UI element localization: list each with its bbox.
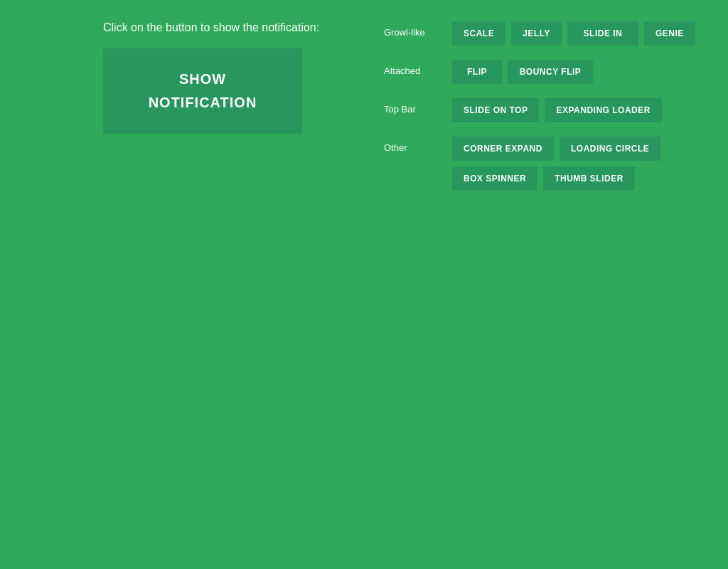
attached-label: Attached (384, 60, 441, 76)
loading-circle-button[interactable]: LOADING CIRCLE (560, 137, 660, 161)
show-notification-button[interactable]: SHOW NOTIFICATION (103, 48, 302, 134)
slide-on-top-button[interactable]: SLIDE ON TOP (452, 98, 539, 122)
attached-row: Attached FLIP BOUNCY FLIP (384, 60, 711, 84)
top-bar-buttons: SLIDE ON TOP EXPANDING LOADER (452, 98, 662, 122)
right-section: Growl-like SCALE JELLY SLIDE IN GENIE At… (384, 21, 711, 205)
show-button-line2: NOTIFICATION (149, 95, 257, 111)
bouncy-flip-button[interactable]: BOUNCY FLIP (508, 60, 593, 84)
top-bar-label: Top Bar (384, 98, 441, 115)
slide-in-button[interactable]: SLIDE IN (567, 21, 638, 46)
growl-like-label: Growl-like (384, 21, 441, 38)
other-label: Other (384, 137, 441, 153)
show-button-line1: SHOW (179, 71, 226, 87)
other-buttons: CORNER EXPAND LOADING CIRCLE BOX SPINNER… (452, 137, 711, 191)
corner-expand-button[interactable]: CORNER EXPAND (452, 137, 554, 161)
genie-button[interactable]: GENIE (644, 21, 695, 46)
main-container: Click on the button to show the notifica… (0, 0, 728, 569)
thumb-slider-button[interactable]: THUMB SLIDER (543, 166, 635, 191)
left-section: Click on the button to show the notifica… (71, 21, 377, 134)
attached-buttons: FLIP BOUNCY FLIP (452, 60, 593, 84)
growl-like-row: Growl-like SCALE JELLY SLIDE IN GENIE (384, 21, 711, 46)
flip-button[interactable]: FLIP (452, 60, 502, 84)
other-row: Other CORNER EXPAND LOADING CIRCLE BOX S… (384, 137, 711, 191)
instruction-text: Click on the button to show the notifica… (103, 21, 377, 34)
box-spinner-button[interactable]: BOX SPINNER (452, 166, 537, 191)
expanding-loader-button[interactable]: EXPANDING LOADER (545, 98, 661, 122)
top-bar-row: Top Bar SLIDE ON TOP EXPANDING LOADER (384, 98, 711, 122)
scale-button[interactable]: SCALE (452, 21, 505, 46)
growl-like-buttons: SCALE JELLY SLIDE IN GENIE (452, 21, 695, 46)
jelly-button[interactable]: JELLY (511, 21, 562, 46)
